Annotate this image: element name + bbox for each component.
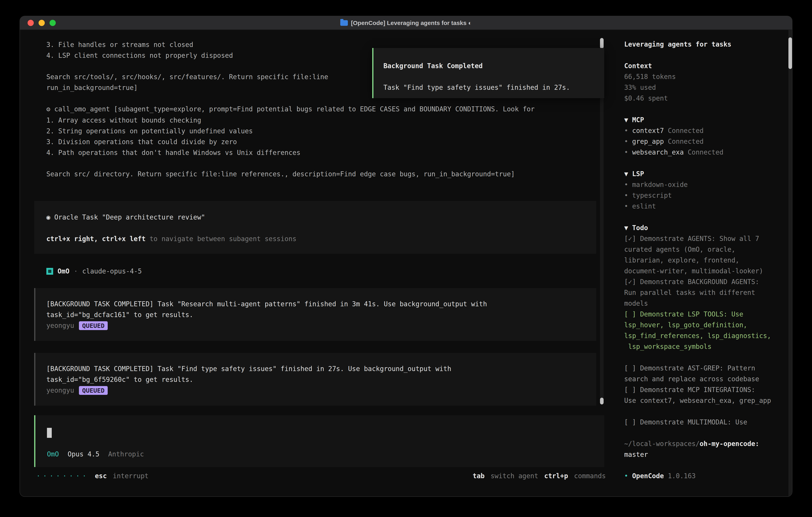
- bullet-icon: •: [624, 148, 628, 156]
- mcp-name: context7: [632, 127, 664, 135]
- close-button[interactable]: [28, 20, 34, 26]
- titlebar[interactable]: [OpenCode] Leveraging agents for tasks ◐: [20, 16, 792, 30]
- oracle-hint-keys: ctrl+x right, ctrl+x left: [46, 235, 146, 243]
- context-used: 33% used: [624, 82, 787, 93]
- bug-list-item: 2. String operations on potentially unde…: [46, 126, 300, 137]
- log-block-search: Search src/tools/, src/hooks/, src/featu…: [46, 72, 328, 93]
- bullet-icon: •: [624, 202, 628, 210]
- bullet-icon: •: [624, 181, 628, 189]
- bug-list: 1. Array access without bounds checking …: [46, 115, 300, 158]
- agent-model: claude-opus-4-5: [82, 266, 142, 277]
- oracle-icon: ◉: [46, 213, 50, 221]
- window-title: [OpenCode] Leveraging agents for tasks ◐: [351, 20, 472, 26]
- input-provider-name: Anthropic: [108, 449, 144, 460]
- bug-list-item: 4. Path operations that don't handle Win…: [46, 147, 300, 158]
- status-badge: QUEUED: [79, 386, 108, 395]
- background-task-toast[interactable]: Background Task Completed Task "Find typ…: [372, 48, 604, 98]
- gear-icon: ⚙: [46, 105, 50, 113]
- todo-item-active: [ ] Demonstrate LSP TOOLS: Use lsp_hover…: [624, 309, 787, 352]
- sidebar-scrollbar-thumb[interactable]: [788, 37, 792, 69]
- lsp-section-header[interactable]: ▼ LSP: [624, 168, 787, 179]
- spinner-dots: ········: [36, 471, 89, 482]
- todo-item: [ ] Demonstrate AST-GREP: Pattern search…: [624, 363, 787, 384]
- input-agent-name: OmO: [47, 449, 59, 460]
- esc-key-hint: esc: [95, 471, 107, 482]
- sidebar-scrollbar[interactable]: [788, 30, 792, 496]
- bug-list-item: 1. Array access without bounds checking: [46, 115, 300, 126]
- commands-key-label: commands: [574, 471, 606, 482]
- message-text: [BACKGROUND TASK COMPLETED] Task "Find t…: [46, 363, 588, 385]
- app-version: 1.0.163: [668, 472, 696, 480]
- chevron-down-icon: ▼: [624, 224, 628, 232]
- lsp-item: • eslint: [624, 201, 787, 212]
- todo-section-header[interactable]: ▼ Todo: [624, 222, 787, 233]
- app-version-footer: • OpenCode 1.0.163: [624, 471, 696, 482]
- message-card[interactable]: [BACKGROUND TASK COMPLETED] Task "Resear…: [34, 288, 596, 341]
- minimize-button[interactable]: [38, 20, 45, 26]
- chat-scrollbar-thumb[interactable]: [600, 398, 604, 404]
- lsp-name: markdown-oxide: [632, 181, 688, 189]
- context-heading: Context: [624, 61, 787, 71]
- session-title: Leveraging agents for tasks: [624, 39, 787, 50]
- todo-item: [ ] Demonstrate MULTIMODAL: Use: [624, 417, 787, 428]
- workspace-repo: oh-my-opencode:: [700, 440, 759, 447]
- mcp-heading: [628, 116, 632, 124]
- workspace-path-prefix: ~/local-workspaces/: [624, 440, 700, 447]
- chat-area[interactable]: 3. File handles or streams not closed 4.…: [20, 30, 616, 496]
- chat-scrollbar-thumb[interactable]: [600, 38, 604, 49]
- mcp-item: • context7 Connected: [624, 125, 787, 136]
- oracle-title: Oracle Task "Deep architecture review": [50, 213, 205, 221]
- todo-item: [✓] Demonstrate BACKGROUND AGENTS: Run p…: [624, 276, 787, 309]
- lsp-name: typescript: [632, 192, 672, 199]
- text-cursor: [47, 428, 52, 438]
- tab-key-hint: tab: [473, 471, 485, 482]
- status-bar: ········ esc interrupt tab switch agent …: [20, 471, 616, 482]
- agent-icon: [46, 268, 53, 275]
- agent-name: OmO: [58, 266, 69, 277]
- message-author: yeongyu: [46, 385, 74, 396]
- todo-item: [ ] Demonstrate MCP INTEGRATIONS: Use co…: [624, 384, 787, 406]
- log-line: run_in_background=true]: [46, 82, 328, 93]
- esc-key-label: interrupt: [113, 471, 149, 482]
- zoom-button[interactable]: [50, 20, 56, 26]
- mcp-name: websearch_exa: [632, 148, 684, 156]
- mcp-name: grep_app: [632, 138, 664, 145]
- input-model-name: Opus 4.5: [68, 449, 99, 460]
- bullet-icon: •: [624, 192, 628, 199]
- folder-icon: [340, 20, 348, 26]
- bullet-icon: •: [624, 138, 628, 145]
- workspace-branch: master: [624, 449, 787, 460]
- todo-item: [✓] Demonstrate AGENTS: Show all 7 curat…: [624, 233, 787, 276]
- chevron-down-icon: ▼: [624, 170, 628, 178]
- sidebar[interactable]: Leveraging agents for tasks Context 66,5…: [624, 30, 787, 460]
- window-title-group: [OpenCode] Leveraging agents for tasks ◐: [340, 20, 472, 26]
- terminal-window: [OpenCode] Leveraging agents for tasks ◐…: [20, 16, 792, 497]
- message-text: [BACKGROUND TASK COMPLETED] Task "Resear…: [46, 299, 588, 320]
- mcp-section-header[interactable]: ▼ MCP: [624, 114, 787, 125]
- tool-call-line: ⚙ call_omo_agent [subagent_type=explore,…: [46, 104, 598, 114]
- traffic-lights: [28, 16, 56, 30]
- message-card[interactable]: [BACKGROUND TASK COMPLETED] Task "Find t…: [34, 353, 596, 406]
- lsp-item: • markdown-oxide: [624, 179, 787, 190]
- lsp-item: • typescript: [624, 190, 787, 201]
- bullet-icon: •: [624, 472, 628, 480]
- mcp-item: • websearch_exa Connected: [624, 147, 787, 158]
- context-spent: $0.46 spent: [624, 93, 787, 104]
- log-line: 4. LSP client connections not properly d…: [46, 50, 233, 61]
- prompt-input[interactable]: OmO Opus 4.5 Anthropic: [34, 415, 604, 467]
- mcp-item: • grep_app Connected: [624, 136, 787, 147]
- workspace-path: ~/local-workspaces/oh-my-opencode:: [624, 438, 787, 449]
- agent-session-header[interactable]: OmO · claude-opus-4-5: [46, 266, 142, 277]
- chevron-down-icon: ▼: [624, 116, 628, 124]
- status-badge: QUEUED: [79, 321, 108, 330]
- tab-key-label: switch agent: [491, 471, 538, 482]
- separator-dot: ·: [74, 266, 78, 277]
- context-tokens: 66,518 tokens: [624, 71, 787, 82]
- input-meta: OmO Opus 4.5 Anthropic: [47, 449, 598, 460]
- mcp-status: Connected: [688, 148, 724, 156]
- oracle-task-panel[interactable]: ◉ Oracle Task "Deep architecture review"…: [34, 201, 596, 254]
- bullet-icon: •: [624, 127, 628, 135]
- terminal-content: 3. File handles or streams not closed 4.…: [20, 30, 792, 496]
- mcp-status: Connected: [668, 127, 704, 135]
- log-block-cleanup: 3. File handles or streams not closed 4.…: [46, 39, 233, 61]
